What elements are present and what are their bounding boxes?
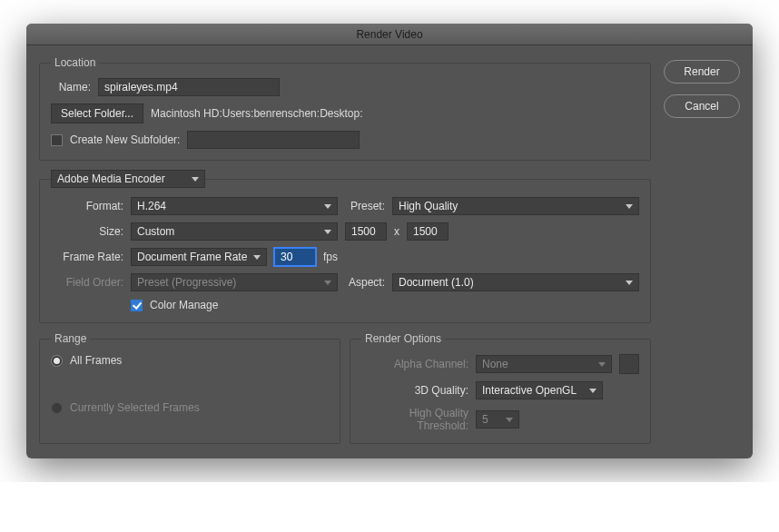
alpha-label: Alpha Channel: — [361, 358, 468, 370]
alpha-select: None — [476, 355, 612, 373]
aspect-select[interactable]: Document (1.0) — [392, 273, 639, 291]
fieldorder-label: Field Order: — [51, 276, 123, 289]
location-group: Location Name: spiraleyes.mp4 Select Fol… — [39, 56, 651, 161]
location-legend: Location — [51, 56, 99, 69]
preset-select[interactable]: High Quality — [392, 197, 639, 215]
fieldorder-select: Preset (Progressive) — [131, 273, 338, 291]
size-select[interactable]: Custom — [131, 222, 338, 241]
aspect-label: Aspect: — [345, 276, 385, 289]
format-label: Format: — [51, 200, 123, 212]
format-select[interactable]: H.264 — [131, 197, 338, 215]
range-group: Range All Frames Currently Selected Fram… — [39, 332, 340, 444]
create-subfolder-label: Create New Subfolder: — [70, 133, 180, 146]
color-manage-checkbox[interactable] — [131, 300, 143, 311]
name-label: Name: — [51, 81, 91, 94]
alpha-swatch — [619, 354, 639, 374]
hq-threshold-label: High Quality Threshold: — [361, 407, 468, 432]
select-folder-button[interactable]: Select Folder... — [51, 103, 143, 123]
quality-select[interactable]: Interactive OpenGL — [476, 381, 603, 399]
preset-label: Preset: — [345, 200, 385, 212]
range-legend: Range — [51, 332, 90, 345]
all-frames-radio[interactable] — [51, 355, 63, 367]
encoder-group: Adobe Media Encoder Format: H.264 Preset… — [39, 170, 651, 323]
framerate-select[interactable]: Document Frame Rate — [131, 248, 267, 266]
fps-unit: fps — [323, 251, 338, 263]
fps-input[interactable]: 30 — [274, 248, 316, 266]
titlebar: Render Video — [26, 24, 753, 45]
size-separator: x — [394, 225, 399, 238]
create-subfolder-checkbox[interactable] — [51, 134, 63, 146]
size-label: Size: — [51, 225, 123, 238]
name-input[interactable]: spiraleyes.mp4 — [98, 78, 280, 96]
hq-threshold-select: 5 — [476, 410, 519, 429]
framerate-label: Frame Rate: — [51, 251, 123, 263]
folder-path: Macintosh HD:Users:benrenschen:Desktop: — [151, 107, 362, 120]
selected-frames-radio — [51, 402, 63, 414]
render-options-group: Render Options Alpha Channel: None 3D Qu… — [350, 332, 651, 444]
render-options-legend: Render Options — [361, 332, 445, 345]
cancel-button[interactable]: Cancel — [664, 94, 740, 118]
color-manage-label: Color Manage — [150, 299, 218, 311]
render-video-dialog: Render Video Location Name: spiraleyes.m… — [26, 24, 753, 458]
dialog-title: Render Video — [356, 28, 422, 41]
render-button[interactable]: Render — [664, 60, 740, 84]
all-frames-label: All Frames — [70, 354, 122, 367]
width-input[interactable]: 1500 — [345, 222, 387, 241]
selected-frames-label: Currently Selected Frames — [70, 401, 200, 414]
subfolder-input[interactable] — [187, 131, 360, 149]
encoder-select[interactable]: Adobe Media Encoder — [51, 170, 205, 188]
quality-label: 3D Quality: — [361, 384, 468, 397]
height-input[interactable]: 1500 — [407, 222, 449, 241]
